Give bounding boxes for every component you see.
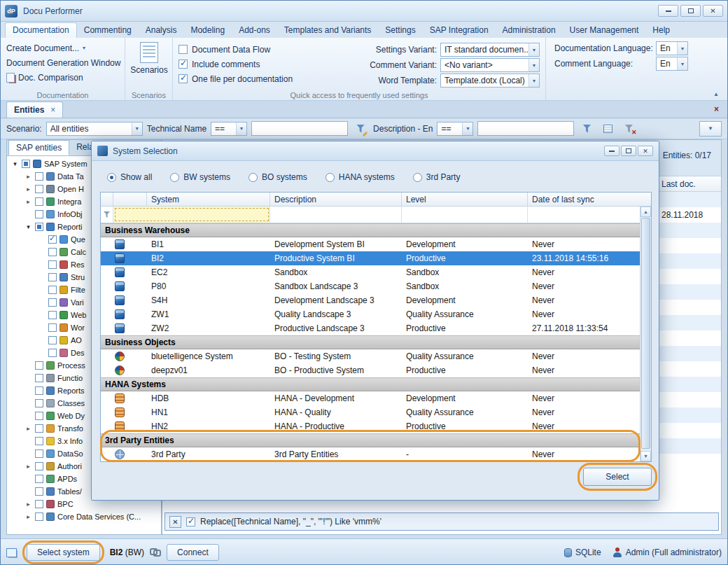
- level-filter-cell[interactable]: [402, 207, 528, 223]
- doc-comparison-button[interactable]: Doc. Comparison: [6, 70, 119, 85]
- tree-item-checkbox[interactable]: [35, 172, 43, 181]
- chevron-down-icon[interactable]: ▼: [462, 123, 472, 135]
- tree-item-checkbox[interactable]: [35, 437, 43, 445]
- tree-item-checkbox[interactable]: [48, 248, 57, 256]
- system-column-header[interactable]: System: [147, 193, 270, 206]
- tree-item-checkbox[interactable]: [35, 386, 43, 395]
- tree-item-checkbox[interactable]: [35, 487, 43, 496]
- system-row[interactable]: BI2Productive System BIProductive23.11.2…: [101, 251, 640, 265]
- radio-3rd-party[interactable]: 3rd Party: [413, 172, 461, 182]
- system-row[interactable]: bluetelligence SystemBO - Testing System…: [101, 349, 640, 363]
- scroll-up-icon[interactable]: ▲: [640, 207, 651, 217]
- comment-variant-combo[interactable]: <No variant> ▼: [440, 58, 540, 72]
- chevron-down-icon[interactable]: ▼: [677, 57, 687, 70]
- tree-item-checkbox[interactable]: [35, 462, 43, 470]
- tab-templates-and-variants[interactable]: Templates and Variants: [277, 23, 379, 38]
- radio-icon[interactable]: [107, 173, 116, 182]
- document-data-flow-checkbox[interactable]: [178, 45, 188, 54]
- chevron-right-icon[interactable]: ▸: [24, 463, 32, 470]
- clear-filter-button[interactable]: ✕: [620, 121, 637, 137]
- date-column-header[interactable]: Date of last sync: [528, 193, 651, 206]
- tree-item-checkbox[interactable]: [35, 500, 43, 508]
- close-filter-button[interactable]: ✕: [169, 516, 181, 528]
- chevron-down-icon[interactable]: ▼: [528, 74, 539, 87]
- system-row[interactable]: HDBHANA - DevelopmentDevelopmentNever: [101, 391, 640, 405]
- chevron-down-icon[interactable]: ▾: [24, 223, 32, 230]
- word-template-combo[interactable]: Template.dotx (Local) ▼: [440, 74, 540, 88]
- apply-filter-button[interactable]: [578, 121, 595, 137]
- document-data-flow-option[interactable]: Document Data Flow: [178, 42, 325, 57]
- one-file-per-documentation-checkbox[interactable]: [178, 74, 188, 83]
- chevron-right-icon[interactable]: ▸: [24, 425, 32, 432]
- close-all-tabs-button[interactable]: ×: [714, 104, 719, 114]
- system-row[interactable]: HN2HANA - ProductiveProductiveNever: [101, 419, 640, 433]
- tree-item-checkbox[interactable]: [35, 412, 43, 420]
- connect-button[interactable]: Connect: [167, 544, 219, 561]
- scroll-down-icon[interactable]: ▼: [640, 451, 651, 461]
- system-filter-cell[interactable]: [113, 207, 270, 223]
- include-comments-option[interactable]: Include comments: [178, 57, 325, 71]
- tab-sap-entities[interactable]: SAP entities: [8, 140, 69, 155]
- close-button[interactable]: ✕: [703, 5, 723, 17]
- documentation-language-combo[interactable]: En ▼: [656, 41, 688, 55]
- technical-name-input[interactable]: [251, 121, 348, 136]
- tab-user-management[interactable]: User Management: [563, 23, 646, 38]
- tree-item-checkbox[interactable]: [48, 311, 57, 319]
- radio-icon[interactable]: [170, 173, 179, 182]
- radio-icon[interactable]: [326, 173, 335, 182]
- description-input[interactable]: [477, 121, 574, 136]
- technical-name-operator-combo[interactable]: == ▼: [211, 122, 247, 136]
- tree-item-checkbox[interactable]: [48, 349, 57, 357]
- system-row[interactable]: P80Sandbox Landscape 3SandboxNever: [101, 279, 640, 293]
- close-tab-icon[interactable]: ×: [50, 105, 55, 115]
- system-row[interactable]: deepzv01BO - Productive SystemProductive…: [101, 363, 640, 377]
- tree-item-checkbox[interactable]: [48, 323, 57, 332]
- level-column-header[interactable]: Level: [402, 193, 528, 206]
- system-row[interactable]: HN1HANA - QualityQuality AssuranceNever: [101, 405, 640, 419]
- tree-item-checkbox[interactable]: [48, 260, 57, 269]
- chevron-right-icon[interactable]: ▸: [24, 186, 32, 193]
- system-row[interactable]: BI1Development System BIDevelopmentNever: [101, 237, 640, 251]
- chevron-down-icon[interactable]: ▾: [11, 160, 19, 167]
- tab-analysis[interactable]: Analysis: [139, 23, 184, 38]
- document-generation-window-button[interactable]: Document Generation Window: [6, 55, 119, 70]
- system-row[interactable]: EC2SandboxSandboxNever: [101, 265, 640, 279]
- tree-item-checkbox[interactable]: [48, 336, 57, 344]
- tree-item-checkbox[interactable]: [35, 512, 43, 521]
- chevron-down-icon[interactable]: ▼: [677, 42, 687, 55]
- radio-icon[interactable]: [413, 173, 422, 182]
- maximize-button[interactable]: [680, 5, 701, 17]
- tree-item-checkbox[interactable]: [35, 399, 43, 407]
- tab-documentation[interactable]: Documentation: [5, 22, 77, 38]
- comment-language-combo[interactable]: En ▼: [656, 57, 688, 71]
- tree-item-checkbox[interactable]: [35, 475, 43, 483]
- tree-item[interactable]: ▸Core Data Services (C...: [7, 510, 161, 523]
- settings-variant-combo[interactable]: IT standard documen.. ▼: [440, 43, 540, 57]
- dialog-minimize-button[interactable]: [604, 146, 620, 156]
- system-row[interactable]: 3rd Party3rd Party Entities-Never: [101, 447, 640, 461]
- tab-sap-integration[interactable]: SAP Integration: [423, 23, 496, 38]
- column-options-dropdown[interactable]: ▼: [699, 121, 722, 137]
- chevron-down-icon[interactable]: ▼: [528, 43, 539, 56]
- tab-entities[interactable]: Entities ×: [6, 102, 63, 118]
- include-comments-checkbox[interactable]: [178, 60, 188, 69]
- chevron-right-icon[interactable]: ▸: [24, 173, 32, 180]
- one-file-per-documentation-option[interactable]: One file per documentation: [178, 71, 325, 86]
- create-document-button[interactable]: Create Document... ▾: [6, 41, 119, 55]
- collapse-ribbon-button[interactable]: ▲: [713, 91, 719, 97]
- chevron-down-icon[interactable]: ▼: [236, 123, 246, 135]
- select-button[interactable]: Select: [583, 468, 652, 486]
- tree-item-checkbox[interactable]: [35, 449, 43, 458]
- vertical-scrollbar[interactable]: ▲ ▼: [640, 207, 651, 461]
- system-row[interactable]: ZW2Productive Landscape 3Productive27.11…: [101, 321, 640, 335]
- tab-help[interactable]: Help: [645, 23, 677, 38]
- tree-item-checkbox[interactable]: [48, 298, 57, 307]
- select-system-button[interactable]: Select system: [27, 544, 100, 561]
- last-doc-column-header[interactable]: Last doc.: [662, 179, 696, 189]
- tree-item-checkbox[interactable]: [48, 286, 57, 294]
- tree-item-checkbox[interactable]: [48, 273, 57, 281]
- description-operator-combo[interactable]: == ▼: [437, 122, 473, 136]
- dialog-close-button[interactable]: ✕: [638, 146, 653, 156]
- system-row[interactable]: S4HDevelopment Landscape 3DevelopmentNev…: [101, 293, 640, 307]
- radio-bo-systems[interactable]: BO systems: [248, 172, 307, 182]
